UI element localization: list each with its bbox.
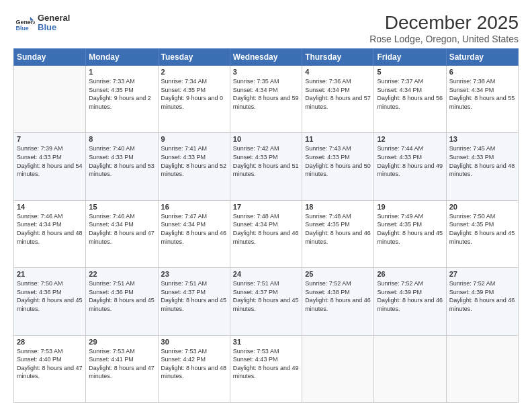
day-number: 9 [161,135,227,143]
calendar-cell: 30Sunrise: 7:53 AMSunset: 4:42 PMDayligh… [158,335,230,402]
day-number: 26 [377,270,443,278]
day-number: 1 [89,68,154,76]
day-info: Sunrise: 7:37 AMSunset: 4:34 PMDaylight:… [377,77,443,111]
day-info: Sunrise: 7:51 AMSunset: 4:36 PMDaylight:… [89,279,154,313]
day-number: 15 [89,203,154,211]
day-info: Sunrise: 7:48 AMSunset: 4:35 PMDaylight:… [305,212,371,246]
page-subtitle: Rose Lodge, Oregon, United States [369,34,519,44]
day-number: 3 [233,68,299,76]
calendar-header-wednesday: Wednesday [230,49,302,66]
day-number: 20 [449,203,515,211]
calendar-cell: 3Sunrise: 7:35 AMSunset: 4:34 PMDaylight… [230,66,302,133]
day-number: 28 [17,338,83,346]
calendar-cell: 17Sunrise: 7:48 AMSunset: 4:34 PMDayligh… [230,200,302,267]
calendar-header-saturday: Saturday [446,49,518,66]
day-number: 12 [377,135,443,143]
calendar-cell: 23Sunrise: 7:51 AMSunset: 4:37 PMDayligh… [158,268,230,335]
day-number: 27 [449,270,515,278]
day-number: 22 [89,270,154,278]
day-info: Sunrise: 7:52 AMSunset: 4:39 PMDaylight:… [377,279,443,313]
calendar-cell: 24Sunrise: 7:51 AMSunset: 4:37 PMDayligh… [230,268,302,335]
logo: General Blue General Blue [13,12,70,34]
day-info: Sunrise: 7:35 AMSunset: 4:34 PMDaylight:… [233,77,299,111]
logo-icon: General Blue [13,12,35,34]
day-number: 19 [377,203,443,211]
calendar-cell: 16Sunrise: 7:47 AMSunset: 4:34 PMDayligh… [158,200,230,267]
calendar-cell: 19Sunrise: 7:49 AMSunset: 4:35 PMDayligh… [374,200,446,267]
calendar-week-row: 14Sunrise: 7:46 AMSunset: 4:34 PMDayligh… [14,200,519,267]
calendar-cell: 25Sunrise: 7:52 AMSunset: 4:38 PMDayligh… [302,268,374,335]
calendar-cell: 4Sunrise: 7:36 AMSunset: 4:34 PMDaylight… [302,66,374,133]
page-title: December 2025 [369,12,519,34]
calendar-cell [374,335,446,402]
day-info: Sunrise: 7:42 AMSunset: 4:33 PMDaylight:… [233,144,299,178]
calendar-header-thursday: Thursday [302,49,374,66]
day-info: Sunrise: 7:53 AMSunset: 4:43 PMDaylight:… [233,347,299,381]
calendar-cell: 21Sunrise: 7:50 AMSunset: 4:36 PMDayligh… [14,268,86,335]
calendar-header-monday: Monday [86,49,158,66]
day-info: Sunrise: 7:44 AMSunset: 4:33 PMDaylight:… [377,144,443,178]
day-info: Sunrise: 7:46 AMSunset: 4:34 PMDaylight:… [89,212,154,246]
calendar-cell: 13Sunrise: 7:45 AMSunset: 4:33 PMDayligh… [446,133,518,200]
day-info: Sunrise: 7:34 AMSunset: 4:35 PMDaylight:… [161,77,227,111]
day-number: 25 [305,270,371,278]
calendar-header-tuesday: Tuesday [158,49,230,66]
day-number: 14 [17,203,83,211]
day-info: Sunrise: 7:52 AMSunset: 4:38 PMDaylight:… [305,279,371,313]
logo-line1: General [38,13,70,23]
calendar-cell: 12Sunrise: 7:44 AMSunset: 4:33 PMDayligh… [374,133,446,200]
day-number: 13 [449,135,515,143]
day-number: 17 [233,203,299,211]
calendar-cell: 6Sunrise: 7:38 AMSunset: 4:34 PMDaylight… [446,66,518,133]
day-info: Sunrise: 7:51 AMSunset: 4:37 PMDaylight:… [233,279,299,313]
calendar-cell: 29Sunrise: 7:53 AMSunset: 4:41 PMDayligh… [86,335,158,402]
header: General Blue General Blue December 2025 … [13,12,519,44]
calendar-week-row: 21Sunrise: 7:50 AMSunset: 4:36 PMDayligh… [14,268,519,335]
day-number: 11 [305,135,371,143]
day-info: Sunrise: 7:51 AMSunset: 4:37 PMDaylight:… [161,279,227,313]
logo-text: General Blue [38,13,70,33]
day-info: Sunrise: 7:50 AMSunset: 4:35 PMDaylight:… [449,212,515,246]
calendar-cell: 7Sunrise: 7:39 AMSunset: 4:33 PMDaylight… [14,133,86,200]
day-info: Sunrise: 7:53 AMSunset: 4:42 PMDaylight:… [161,347,227,381]
calendar-cell: 2Sunrise: 7:34 AMSunset: 4:35 PMDaylight… [158,66,230,133]
calendar-cell: 1Sunrise: 7:33 AMSunset: 4:35 PMDaylight… [86,66,158,133]
day-number: 4 [305,68,371,76]
day-number: 5 [377,68,443,76]
calendar-cell: 9Sunrise: 7:41 AMSunset: 4:33 PMDaylight… [158,133,230,200]
calendar-header-friday: Friday [374,49,446,66]
calendar-cell: 14Sunrise: 7:46 AMSunset: 4:34 PMDayligh… [14,200,86,267]
day-info: Sunrise: 7:49 AMSunset: 4:35 PMDaylight:… [377,212,443,246]
day-number: 2 [161,68,227,76]
day-info: Sunrise: 7:53 AMSunset: 4:41 PMDaylight:… [89,347,154,381]
day-info: Sunrise: 7:33 AMSunset: 4:35 PMDaylight:… [89,77,154,111]
day-info: Sunrise: 7:50 AMSunset: 4:36 PMDaylight:… [17,279,83,313]
day-number: 7 [17,135,83,143]
day-info: Sunrise: 7:52 AMSunset: 4:39 PMDaylight:… [449,279,515,313]
calendar-cell [302,335,374,402]
day-info: Sunrise: 7:48 AMSunset: 4:34 PMDaylight:… [233,212,299,246]
day-number: 6 [449,68,515,76]
day-info: Sunrise: 7:46 AMSunset: 4:34 PMDaylight:… [17,212,83,246]
calendar-cell: 27Sunrise: 7:52 AMSunset: 4:39 PMDayligh… [446,268,518,335]
day-info: Sunrise: 7:36 AMSunset: 4:34 PMDaylight:… [305,77,371,111]
calendar-cell: 8Sunrise: 7:40 AMSunset: 4:33 PMDaylight… [86,133,158,200]
day-number: 8 [89,135,154,143]
calendar-week-row: 7Sunrise: 7:39 AMSunset: 4:33 PMDaylight… [14,133,519,200]
calendar-cell: 31Sunrise: 7:53 AMSunset: 4:43 PMDayligh… [230,335,302,402]
day-info: Sunrise: 7:45 AMSunset: 4:33 PMDaylight:… [449,144,515,178]
day-number: 16 [161,203,227,211]
logo-line2: Blue [38,23,70,32]
day-info: Sunrise: 7:40 AMSunset: 4:33 PMDaylight:… [89,144,154,178]
day-number: 29 [89,338,154,346]
calendar-cell: 5Sunrise: 7:37 AMSunset: 4:34 PMDaylight… [374,66,446,133]
day-info: Sunrise: 7:47 AMSunset: 4:34 PMDaylight:… [161,212,227,246]
svg-text:Blue: Blue [16,25,29,32]
calendar-cell: 11Sunrise: 7:43 AMSunset: 4:33 PMDayligh… [302,133,374,200]
calendar-cell: 22Sunrise: 7:51 AMSunset: 4:36 PMDayligh… [86,268,158,335]
day-info: Sunrise: 7:38 AMSunset: 4:34 PMDaylight:… [449,77,515,111]
calendar-cell: 28Sunrise: 7:53 AMSunset: 4:40 PMDayligh… [14,335,86,402]
calendar-cell: 18Sunrise: 7:48 AMSunset: 4:35 PMDayligh… [302,200,374,267]
title-block: December 2025 Rose Lodge, Oregon, United… [369,12,519,44]
day-number: 10 [233,135,299,143]
